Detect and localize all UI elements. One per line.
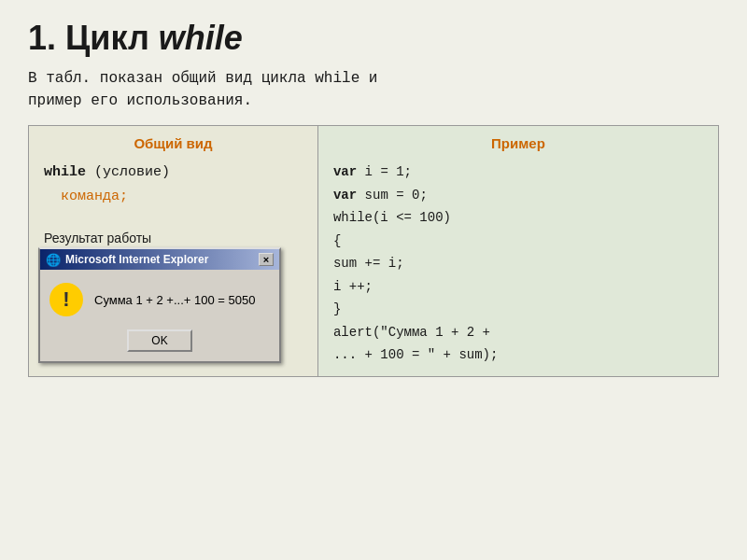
ie-titlebar-title: 🌐 Microsoft Internet Explorer [46,253,208,267]
ie-titlebar: 🌐 Microsoft Internet Explorer × [40,249,279,270]
code-general: while (условие) команда; [44,161,303,208]
code-line: { [333,230,703,253]
condition-text: (условие) [86,164,170,180]
ie-content-row: ! Сумма 1 + 2 +...+ 100 = 5050 [49,283,270,316]
page-title: 1. Цикл while [28,19,719,58]
code-line: } [333,298,703,321]
ie-dialog: 🌐 Microsoft Internet Explorer × ! Сумма … [38,247,281,363]
code-line: sum += i; [333,252,703,275]
title-keyword: while [159,19,243,57]
desc-line1-suffix: и [359,70,377,87]
warning-icon: ! [49,283,83,316]
while-keyword: while [44,164,86,180]
col-example: Пример var i = 1;var sum = 0;while(i <= … [318,126,718,376]
description-text: В табл. показан общий вид цикла while и … [28,67,719,112]
code-line: i ++; [333,275,703,299]
desc-line1-keyword: while [315,70,359,87]
ie-close-button[interactable]: × [259,253,274,266]
result-label1: Результат работы [44,231,151,245]
main-table: Общий вид while (условие) команда; Резул… [28,125,719,377]
code-example: var i = 1;var sum = 0;while(i <= 100){ s… [333,161,703,367]
col-right-header: Пример [333,135,703,151]
col-general-view: Общий вид while (условие) команда; Резул… [29,126,318,376]
code-line: alert("Сумма 1 + 2 + [333,321,703,344]
code-line: ... + 100 = " + sum); [333,343,703,367]
col-left-header: Общий вид [44,135,303,151]
desc-line1-prefix: В табл. показан общий вид цикла [28,70,315,87]
ie-logo-icon: 🌐 [46,253,61,267]
code-line: var i = 1; [333,161,703,184]
code-line: while(i <= 100) [333,206,703,230]
title-prefix: 1. Цикл [28,19,159,57]
ie-message-text: Сумма 1 + 2 +...+ 100 = 5050 [94,293,255,307]
code-line: var sum = 0; [333,184,703,207]
desc-line2: пример его использования. [28,92,252,109]
ie-dialog-body: ! Сумма 1 + 2 +...+ 100 = 5050 OK [40,270,279,361]
ie-dialog-title: Microsoft Internet Explorer [65,253,208,266]
command-text: команда; [61,189,128,204]
ie-ok-button[interactable]: OK [127,329,191,352]
